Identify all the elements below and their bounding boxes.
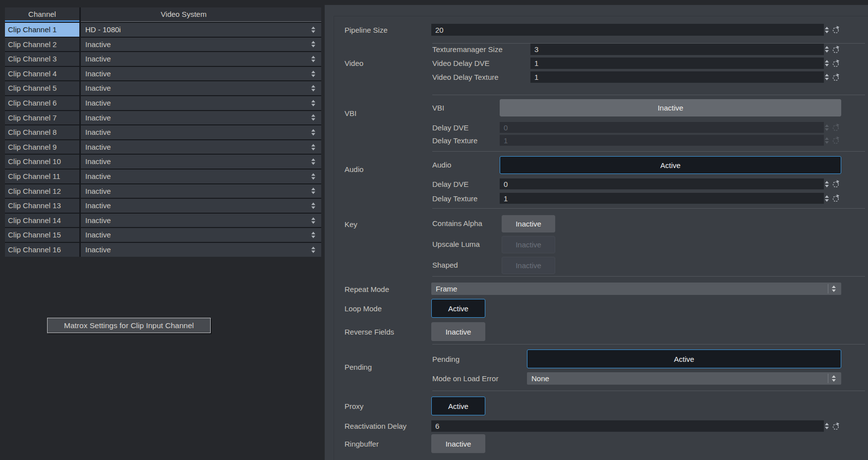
dropdown-spinner-icon (311, 115, 315, 121)
pipeline-size-label: Pipeline Size (345, 26, 388, 34)
video-system-dropdown[interactable]: Inactive (81, 228, 321, 242)
channel-cell[interactable]: Clip Channel 15 (5, 228, 79, 242)
dropdown-spinner-icon (311, 129, 315, 136)
texturemanager-size-input[interactable] (530, 44, 824, 55)
stepper-icon[interactable] (825, 74, 829, 80)
channel-cell[interactable]: Clip Channel 2 (5, 38, 79, 52)
vbi-delay-texture-input[interactable] (500, 135, 824, 146)
reverse-fields-toggle-button[interactable]: Inactive (431, 322, 485, 341)
stepper-icon[interactable] (825, 124, 829, 131)
stepper-icon[interactable] (825, 60, 829, 66)
channel-cell[interactable]: Clip Channel 10 (5, 155, 79, 169)
channel-cell[interactable]: Clip Channel 3 (5, 52, 79, 66)
audio-toggle-button[interactable]: Active (500, 156, 841, 174)
reset-icon[interactable] (832, 59, 840, 67)
loop-mode-label: Loop Mode (345, 304, 382, 313)
stepper-icon[interactable] (825, 195, 829, 202)
dropdown-spinner-icon (832, 375, 836, 382)
channel-cell[interactable]: Clip Channel 1 (5, 23, 79, 37)
video-system-dropdown[interactable]: Inactive (81, 67, 321, 81)
vbi-delay-dve-input[interactable] (500, 122, 824, 133)
group-divider (432, 208, 865, 209)
pending-toggle-label: Pending (432, 355, 460, 363)
mode-on-load-error-value: None (531, 374, 549, 383)
reactivation-delay-input[interactable] (431, 420, 824, 432)
video-delay-dve-input[interactable] (530, 58, 824, 69)
column-header-video-system[interactable]: Video System (81, 7, 321, 22)
channel-cell[interactable]: Clip Channel 13 (5, 199, 79, 213)
stepper-icon[interactable] (825, 423, 829, 429)
reset-icon[interactable] (832, 180, 840, 188)
video-system-dropdown[interactable]: Inactive (81, 125, 321, 139)
reset-icon[interactable] (832, 422, 840, 430)
video-delay-texture-input[interactable] (530, 71, 824, 83)
video-system-dropdown[interactable]: Inactive (81, 155, 321, 169)
stepper-icon[interactable] (825, 181, 829, 187)
contains-alpha-toggle-button[interactable]: Inactive (502, 215, 555, 232)
video-system-dropdown[interactable]: Inactive (81, 199, 321, 213)
table-row: Clip Channel 8 Inactive (5, 125, 321, 139)
channel-cell[interactable]: Clip Channel 7 (5, 111, 79, 125)
video-system-dropdown[interactable]: Inactive (81, 140, 321, 154)
channel-cell[interactable]: Clip Channel 12 (5, 184, 79, 198)
group-divider (432, 344, 865, 345)
video-system-dropdown[interactable]: Inactive (81, 243, 321, 257)
video-system-value: Inactive (85, 128, 111, 136)
proxy-toggle-button[interactable]: Active (431, 397, 485, 415)
ringbuffer-toggle-button[interactable]: Inactive (431, 434, 485, 453)
column-header-channel[interactable]: Channel (5, 7, 79, 22)
mode-on-load-error-dropdown[interactable]: None (527, 372, 841, 385)
stepper-icon[interactable] (825, 27, 829, 33)
dropdown-spinner-icon (311, 202, 315, 209)
channel-cell[interactable]: Clip Channel 11 (5, 170, 79, 183)
audio-group-label: Audio (345, 165, 363, 173)
channel-cell[interactable]: Clip Channel 8 (5, 125, 79, 139)
reset-icon[interactable] (832, 46, 840, 54)
channel-cell[interactable]: Clip Channel 16 (5, 243, 79, 257)
shaped-toggle-button[interactable]: Inactive (502, 257, 555, 274)
reset-icon[interactable] (832, 136, 840, 144)
group-divider (432, 151, 865, 152)
video-system-dropdown[interactable]: Inactive (81, 170, 321, 183)
pipeline-size-input[interactable] (431, 24, 824, 36)
video-system-dropdown[interactable]: Inactive (81, 214, 321, 228)
texturemanager-size-label: Texturemanager Size (432, 45, 503, 54)
channel-cell[interactable]: Clip Channel 5 (5, 81, 79, 95)
reset-icon[interactable] (832, 26, 840, 34)
repeat-mode-value: Frame (436, 285, 457, 293)
stepper-icon[interactable] (825, 137, 829, 144)
reset-icon[interactable] (832, 73, 840, 81)
upscale-luma-toggle-button[interactable]: Inactive (502, 236, 555, 253)
reset-icon[interactable] (832, 123, 840, 131)
loop-mode-toggle-button[interactable]: Active (431, 299, 485, 318)
video-system-dropdown[interactable]: Inactive (81, 38, 321, 52)
table-row: Clip Channel 12 Inactive (5, 184, 321, 198)
video-system-dropdown[interactable]: Inactive (81, 96, 321, 110)
key-group-label: Key (345, 220, 357, 229)
proxy-label: Proxy (345, 402, 363, 410)
reset-icon[interactable] (832, 194, 840, 202)
video-system-value: Inactive (85, 114, 111, 122)
video-system-dropdown[interactable]: Inactive (81, 184, 321, 198)
table-row: Clip Channel 14 Inactive (5, 214, 321, 228)
channel-cell[interactable]: Clip Channel 9 (5, 140, 79, 154)
channel-cell[interactable]: Clip Channel 14 (5, 214, 79, 228)
repeat-mode-dropdown[interactable]: Frame (431, 283, 841, 295)
table-row: Clip Channel 7 Inactive (5, 111, 321, 125)
matrox-settings-button[interactable]: Matrox Settings for Clip Input Channel (47, 318, 211, 333)
channel-cell[interactable]: Clip Channel 6 (5, 96, 79, 110)
ringbuffer-label: Ringbuffer (345, 440, 379, 448)
audio-delay-texture-input[interactable] (500, 193, 824, 204)
video-system-dropdown[interactable]: Inactive (81, 81, 321, 95)
video-system-dropdown[interactable]: Inactive (81, 52, 321, 66)
audio-delay-dve-input[interactable] (500, 178, 824, 189)
pending-toggle-button[interactable]: Active (527, 349, 841, 368)
texturemanager-size-controls (825, 44, 840, 55)
stepper-icon[interactable] (825, 46, 829, 53)
reactivation-delay-label: Reactivation Delay (345, 422, 406, 430)
channel-cell[interactable]: Clip Channel 4 (5, 67, 79, 81)
video-system-dropdown[interactable]: HD - 1080i (81, 23, 321, 37)
video-system-value: Inactive (85, 40, 111, 49)
vbi-toggle-button[interactable]: Inactive (500, 99, 841, 116)
video-system-dropdown[interactable]: Inactive (81, 111, 321, 125)
